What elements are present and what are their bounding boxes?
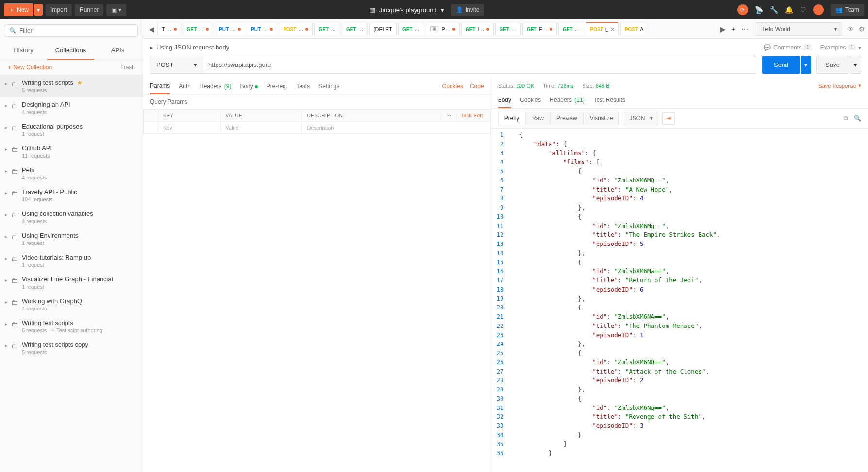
search-icon[interactable]: 🔍 xyxy=(854,115,861,122)
resp-tab-tests[interactable]: Test Results xyxy=(593,93,625,108)
team-button[interactable]: 👥Team xyxy=(831,4,864,16)
team-label: Team xyxy=(845,6,859,13)
rtab-headers[interactable]: Headers (9) xyxy=(200,79,231,94)
code-link[interactable]: Code xyxy=(470,79,484,94)
request-tab[interactable]: POST… xyxy=(279,23,313,35)
send-dropdown[interactable]: ▾ xyxy=(801,56,811,74)
collection-item[interactable]: ▸🗀Educational purposes1 request xyxy=(0,119,143,141)
param-value-input[interactable]: Value xyxy=(220,122,302,134)
comments-button[interactable]: 💬 Comments 1 xyxy=(764,44,812,51)
gear-icon[interactable]: ⚙ xyxy=(859,25,865,33)
rtab-body[interactable]: Body xyxy=(240,79,257,94)
bell-icon[interactable]: 🔔 xyxy=(785,6,793,14)
request-tab[interactable]: GET… xyxy=(558,23,584,35)
filter-input[interactable] xyxy=(19,27,134,34)
request-tab[interactable]: GET… xyxy=(342,23,368,35)
rtab-prereq[interactable]: Pre-req. xyxy=(267,79,287,94)
request-tab[interactable]: GET… xyxy=(183,23,214,35)
runner-button[interactable]: Runner xyxy=(75,4,103,16)
resp-tab-cookies[interactable]: Cookies xyxy=(520,93,541,108)
new-dropdown[interactable]: ▾ xyxy=(34,4,43,16)
eye-icon[interactable]: 👁 xyxy=(847,25,854,33)
request-tab[interactable]: GET… xyxy=(495,23,521,35)
invite-label: Invite xyxy=(466,6,480,13)
rtab-tests[interactable]: Tests xyxy=(296,79,310,94)
param-key-input[interactable]: Key xyxy=(158,122,221,134)
collection-item[interactable]: ▸🗀Designing an API4 requests xyxy=(0,97,143,119)
request-tab[interactable]: GET… xyxy=(398,23,424,35)
copy-icon[interactable]: ⧉ xyxy=(844,115,848,122)
format-selector[interactable]: JSON▾ xyxy=(624,112,658,125)
request-tab[interactable]: GET… xyxy=(314,23,340,35)
save-button[interactable]: Save xyxy=(816,56,849,74)
import-button[interactable]: Import xyxy=(46,4,72,16)
view-raw[interactable]: Raw xyxy=(526,112,550,125)
collection-item[interactable]: ▸🗀Travefy API - Public104 requests xyxy=(0,184,143,206)
collection-item[interactable]: ▸🗀Github API11 requests xyxy=(0,141,143,163)
tab-history[interactable]: History xyxy=(0,42,47,60)
request-tab[interactable]: T … xyxy=(157,23,181,35)
bulk-edit-link[interactable]: Bulk Edit xyxy=(462,113,483,118)
new-button[interactable]: ＋New xyxy=(4,3,33,16)
rtab-auth[interactable]: Auth xyxy=(179,79,191,94)
collection-item[interactable]: ▸🗀Working with GraphQL4 requests xyxy=(0,293,143,315)
param-desc-input[interactable]: Description xyxy=(302,122,490,134)
collection-item[interactable]: ▸🗀Writing test scripts copy5 requests xyxy=(0,337,143,359)
close-icon[interactable]: ✕ xyxy=(610,26,615,33)
collection-item[interactable]: ▸🗀Pets4 requests xyxy=(0,163,143,184)
request-tab[interactable]: GETE… xyxy=(522,23,557,35)
response-body[interactable]: 1{2 "data": {3 "allFilms": {4 "films": [… xyxy=(491,129,868,472)
collection-item[interactable]: ▸🗀Visualizer Line Graph - Financial1 req… xyxy=(0,272,143,293)
tab-scroll-left[interactable]: ◀ xyxy=(146,25,157,33)
tab-add[interactable]: + xyxy=(729,25,738,33)
request-tab[interactable]: POSTA xyxy=(620,23,648,35)
collection-item[interactable]: ▸🗀Using Environments1 request xyxy=(0,228,143,250)
satellite-icon[interactable]: 📡 xyxy=(755,6,763,14)
rtab-settings[interactable]: Settings xyxy=(318,79,339,94)
breadcrumb[interactable]: ▸ Using JSON request body xyxy=(150,44,229,51)
capture-button[interactable]: ▣ ▾ xyxy=(106,4,126,16)
avatar[interactable] xyxy=(813,4,824,15)
resp-tab-body[interactable]: Body xyxy=(498,93,511,108)
environment-selector[interactable]: Hello World ▾ xyxy=(755,22,842,36)
save-response-button[interactable]: Save Response ▾ xyxy=(818,82,861,89)
collection-item[interactable]: ▸🗀Video tutorials: Ramp up1 request xyxy=(0,250,143,272)
save-dropdown[interactable]: ▾ xyxy=(850,56,861,74)
th-more[interactable]: ⋯ xyxy=(441,110,457,122)
view-pretty[interactable]: Pretty xyxy=(498,112,526,125)
url-input[interactable]: https://swapi.apis.guru xyxy=(203,56,756,74)
wrench-icon[interactable]: 🔧 xyxy=(770,6,778,14)
request-tab[interactable]: GETI… xyxy=(461,23,494,35)
send-button[interactable]: Send xyxy=(762,56,800,74)
request-tab[interactable]: POSTL✕ xyxy=(586,22,619,35)
line-number: 4 xyxy=(491,158,511,167)
method-selector[interactable]: POST ▾ xyxy=(150,56,203,74)
collection-item[interactable]: ▸🗀Writing test scripts ★5 requests xyxy=(0,75,143,97)
invite-button[interactable]: 👤Invite xyxy=(451,4,484,16)
trash-link[interactable]: Trash xyxy=(120,64,135,71)
cookies-link[interactable]: Cookies xyxy=(442,79,463,94)
tab-more[interactable]: ⋯ xyxy=(738,25,751,33)
view-visualize[interactable]: Visualize xyxy=(584,112,619,125)
request-tab[interactable]: ⌘P… xyxy=(426,23,460,35)
sync-icon[interactable]: ⟳ xyxy=(737,4,748,15)
request-tab[interactable]: PUT… xyxy=(215,23,245,35)
view-preview[interactable]: Preview xyxy=(550,112,584,125)
workspace-switcher[interactable]: ▦ Jacque's playground ▾ xyxy=(369,6,444,14)
request-tab[interactable]: [DELET xyxy=(369,23,397,35)
resp-tab-headers[interactable]: Headers (11) xyxy=(550,93,584,108)
tab-collections[interactable]: Collections xyxy=(47,42,94,60)
tab-scroll-right[interactable]: ▶ xyxy=(718,25,729,33)
filter-box[interactable]: 🔍 xyxy=(5,24,138,37)
time-value: 726ms xyxy=(557,83,573,89)
heart-icon[interactable]: ♡ xyxy=(800,6,806,14)
line-number: 18 xyxy=(491,285,511,294)
examples-button[interactable]: Examples 1 ▾ xyxy=(820,44,861,51)
collection-item[interactable]: ▸🗀Using collection variables4 requests xyxy=(0,206,143,228)
wrap-icon[interactable]: ⇥ xyxy=(662,112,675,125)
collection-item[interactable]: ▸🗀Writing test scripts6 requests⑂ Test s… xyxy=(0,315,143,337)
request-tab[interactable]: PUT… xyxy=(247,23,277,35)
new-collection-button[interactable]: +New Collection xyxy=(8,64,52,71)
rtab-params[interactable]: Params xyxy=(150,79,170,94)
tab-apis[interactable]: APIs xyxy=(94,42,141,60)
